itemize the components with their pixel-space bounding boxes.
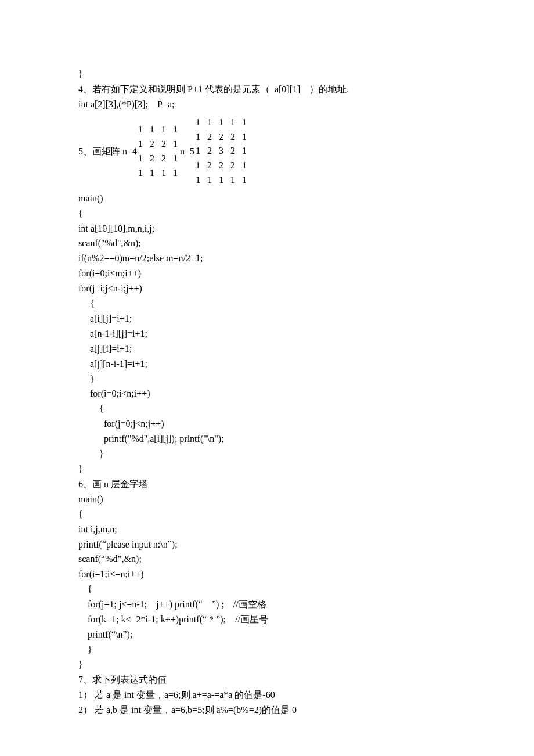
q5-mid-label: n=5 (180, 144, 194, 159)
matrix-row: 1 1 1 1 (138, 166, 178, 181)
code-line: scanf(“%d”,&n); (78, 552, 456, 567)
code-line: } (78, 462, 456, 477)
code-line: for(i=1;i<=n;i++) (78, 567, 456, 582)
code-line: main() (78, 191, 456, 206)
q5-matrix-row: 5、画矩阵 n=4 1 1 1 1 1 2 2 1 1 2 2 1 1 1 1 … (78, 116, 456, 188)
matrix-row: 1 2 3 2 1 (196, 144, 247, 159)
code-line: for(k=1; k<=2*i-1; k++)printf(“ * ”); //… (78, 612, 456, 627)
code-line: } (78, 372, 456, 387)
matrix-n4: 1 1 1 1 1 2 2 1 1 2 2 1 1 1 1 1 (138, 123, 178, 180)
matrix-row: 1 2 2 1 (138, 152, 178, 166)
code-line: for(j=1; j<=n-1; j++) printf(“ ”) ; //画空… (78, 597, 456, 612)
code-line: a[i][j]=i+1; (78, 311, 456, 326)
matrix-row: 1 1 1 1 (138, 123, 178, 137)
code-line: } (78, 67, 456, 82)
q4-line1: 4、若有如下定义和说明则 P+1 代表的是元素（ a[0][1] ）的地址. (78, 82, 456, 97)
code-line: } (78, 657, 456, 672)
code-line: { (78, 206, 456, 221)
code-line: int i,j,m,n; (78, 522, 456, 537)
q4-line2: int a[2][3],(*P)[3]; P=a; (78, 97, 456, 112)
code-line: { (78, 582, 456, 597)
code-line: for(i=0;i<m;i++) (78, 266, 456, 281)
code-line: } (78, 642, 456, 657)
code-line: for(i=0;i<n;i++) (78, 386, 456, 401)
code-line: scanf("%d",&n); (78, 236, 456, 251)
q7-item-1: 1） 若 a 是 int 变量，a=6;则 a+=a-=a*a 的值是-60 (78, 687, 456, 703)
q6-title: 6、画 n 层金字塔 (78, 477, 456, 492)
code-line: a[j][n-i-1]=i+1; (78, 357, 456, 372)
q7-title: 7、求下列表达式的值 (78, 672, 456, 687)
code-line: } (78, 447, 456, 462)
code-line: printf("%d",a[i][j]); printf("\n"); (78, 431, 456, 447)
code-line: { (78, 401, 456, 416)
code-line: main() (78, 492, 456, 507)
code-line: if(n%2==0)m=n/2;else m=n/2+1; (78, 251, 456, 266)
matrix-row: 1 2 2 2 1 (196, 130, 247, 145)
code-line: for(j=i;j<n-i;j++) (78, 281, 456, 296)
code-line: a[j][i]=i+1; (78, 341, 456, 357)
matrix-row: 1 2 2 2 1 (196, 159, 247, 173)
code-line: int a[10][10],m,n,i,j; (78, 221, 456, 236)
q7-item-2: 2） 若 a,b 是 int 变量，a=6,b=5;则 a%=(b%=2)的值是… (78, 703, 456, 718)
code-line: a[n-1-i][j]=i+1; (78, 326, 456, 341)
code-line: for(j=0;j<n;j++) (78, 416, 456, 431)
matrix-row: 1 2 2 1 (138, 137, 178, 152)
code-line: { (78, 296, 456, 311)
code-line: printf(“please input n:\n”); (78, 537, 456, 552)
code-line: { (78, 507, 456, 522)
matrix-n5: 1 1 1 1 1 1 2 2 2 1 1 2 3 2 1 1 2 2 2 1 … (196, 116, 247, 188)
code-line: printf(“\n”); (78, 627, 456, 642)
matrix-row: 1 1 1 1 1 (196, 173, 247, 188)
matrix-row: 1 1 1 1 1 (196, 116, 247, 130)
q5-label: 5、画矩阵 n=4 (78, 144, 137, 159)
document-page: } 4、若有如下定义和说明则 P+1 代表的是元素（ a[0][1] ）的地址.… (0, 0, 534, 756)
